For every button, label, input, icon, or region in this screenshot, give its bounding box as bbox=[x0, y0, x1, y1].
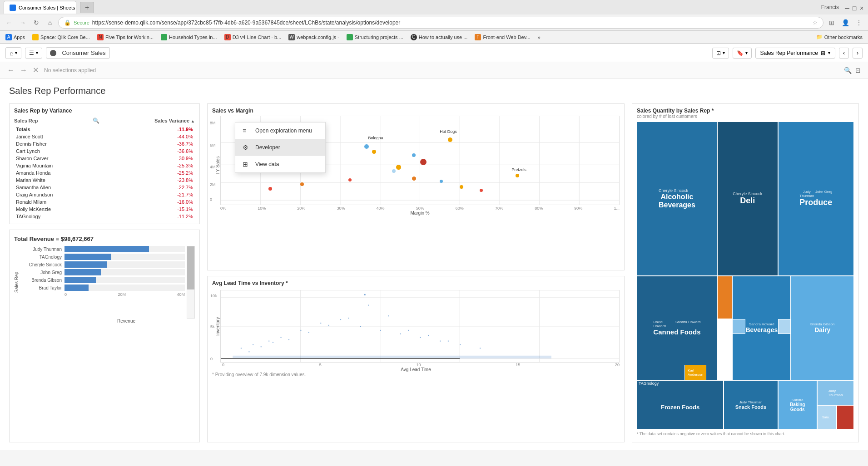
tm-main-label: Beverages bbox=[745, 326, 778, 334]
forward-btn[interactable]: → bbox=[17, 17, 28, 28]
tm-cell-content: Sandra BakingGoods bbox=[788, 396, 807, 414]
ctx-view-data[interactable]: ⊞ View data bbox=[235, 156, 325, 172]
svg-rect-42 bbox=[348, 318, 349, 319]
sheet-name-btn[interactable]: Sales Rep Performance ⊞ ▾ bbox=[755, 48, 835, 59]
svg-rect-37 bbox=[261, 346, 262, 347]
ctx-explore[interactable]: ≡ Open exploration menu bbox=[235, 123, 325, 139]
chrome-menu-btn[interactable]: ⋮ bbox=[853, 17, 864, 28]
extensions-btn[interactable]: ⊞ bbox=[826, 17, 837, 28]
scatter-x-label: Margin % bbox=[220, 211, 620, 216]
sel-clear-btn[interactable]: ✕ bbox=[33, 66, 39, 74]
minimize-btn[interactable]: ─ bbox=[844, 5, 850, 10]
svg-rect-41 bbox=[328, 324, 329, 325]
tm-misc1[interactable] bbox=[778, 319, 791, 334]
bar-label: Judy Thurman bbox=[21, 247, 62, 252]
bookmark-webpack[interactable]: W webpack.config.js - bbox=[287, 33, 341, 41]
x-tick: 20M bbox=[118, 292, 126, 297]
tm-cell-content: Cheryle Sincock AlcoholicBeverages bbox=[657, 186, 697, 211]
tm-small2[interactable]: Sara... bbox=[817, 405, 837, 430]
sheet-name-label: Sales Rep Performance bbox=[760, 50, 818, 56]
tm-baking-goods[interactable]: Sandra BakingGoods bbox=[778, 380, 817, 430]
tm-karl-anderson[interactable]: KarlAnderson bbox=[684, 365, 706, 380]
sel-options-btn[interactable]: ⊡ bbox=[855, 67, 861, 74]
bookmark-household[interactable]: Household Types in... bbox=[159, 33, 219, 41]
present-chevron: ▾ bbox=[723, 50, 725, 55]
close-btn[interactable]: × bbox=[859, 5, 864, 10]
star-icon[interactable]: ☆ bbox=[813, 20, 818, 26]
home-nav-btn[interactable]: ⌂ ▾ bbox=[5, 47, 21, 59]
tm-main-label: Frozen Foods bbox=[661, 404, 699, 411]
table-row: TAGnology -11.2% bbox=[14, 213, 195, 220]
home-btn[interactable]: ⌂ bbox=[45, 17, 55, 28]
list-view-btn[interactable]: ☰ ▾ bbox=[25, 48, 42, 59]
row-name: Molly McKenzie bbox=[14, 206, 136, 213]
tm-alcoholic-beverages[interactable]: Cheryle Sincock AlcoholicBeverages bbox=[637, 122, 717, 276]
sel-search-btn[interactable]: 🔍 bbox=[844, 67, 852, 74]
scatter-title: Sales vs Margin bbox=[212, 108, 620, 114]
bookmark-nav-icon: 🔖 bbox=[737, 50, 744, 56]
ctx-developer[interactable]: ⚙ Developer bbox=[235, 139, 325, 156]
household-icon bbox=[161, 34, 167, 40]
new-tab[interactable]: + bbox=[80, 2, 94, 13]
tm-label: Sara... bbox=[822, 415, 832, 419]
bookmark-frontend-label: Front-end Web Dev... bbox=[483, 34, 530, 40]
table-row: Craig Amundson -21.7% bbox=[14, 191, 195, 198]
row-name: Amanda Honda bbox=[14, 169, 136, 177]
scrollbar-area[interactable] bbox=[187, 246, 195, 319]
bookmark-github[interactable]: G How to actually use ... bbox=[409, 33, 470, 41]
profile-btn[interactable]: 👤 bbox=[840, 17, 851, 28]
tm-misc2[interactable] bbox=[732, 319, 745, 334]
bar-fill bbox=[64, 246, 149, 252]
prev-sheet-btn[interactable]: ‹ bbox=[839, 48, 849, 59]
row-name: Marian White bbox=[14, 177, 136, 184]
tm-small3[interactable] bbox=[837, 405, 854, 430]
active-tab[interactable]: Consumer Sales | Sheets × bbox=[4, 1, 76, 14]
tm-deli[interactable]: Cheryle Sincock Deli bbox=[717, 122, 778, 276]
other-bookmarks[interactable]: 📁 Other bookmarks bbox=[814, 33, 864, 41]
present-btn[interactable]: ⊡ ▾ bbox=[712, 48, 729, 59]
refresh-btn[interactable]: ↻ bbox=[31, 17, 42, 28]
scatter-point bbox=[480, 189, 483, 192]
context-menu[interactable]: ≡ Open exploration menu ⚙ Developer ⊞ Vi… bbox=[235, 122, 326, 173]
scrollbar-thumb[interactable] bbox=[187, 246, 194, 289]
svg-rect-23 bbox=[253, 344, 253, 345]
sel-right-controls: 🔍 ⊡ bbox=[844, 67, 861, 74]
bookmark-apps[interactable]: A Apps bbox=[4, 33, 27, 41]
tm-frozen-foods[interactable]: Frozen Foods bbox=[637, 380, 724, 430]
bookmark-structuring[interactable]: Structuring projects ... bbox=[345, 33, 405, 41]
bookmark-d3[interactable]: D D3 v4 Line Chart - b... bbox=[223, 33, 283, 41]
app-name-btn[interactable]: Consumer Sales bbox=[46, 47, 109, 59]
tm-small1[interactable]: JudyThurman bbox=[817, 380, 854, 405]
bookmark-qlik[interactable]: Space: Qlik Core Be... bbox=[30, 33, 92, 41]
tm-main-label: Canned Foods bbox=[653, 328, 700, 336]
row-name: TAGnology bbox=[14, 213, 136, 220]
svg-rect-25 bbox=[281, 337, 282, 338]
bookmark-apps-label: Apps bbox=[14, 34, 25, 40]
next-sheet-btn[interactable]: › bbox=[853, 48, 863, 59]
bar-label: Brenda Gibson bbox=[21, 278, 62, 283]
bar-row: Cheryle Sincock bbox=[21, 261, 185, 268]
sel-forward-btn[interactable]: → bbox=[20, 66, 27, 74]
url-box[interactable]: 🔒 Secure https://sense-demo.qlik.com/sen… bbox=[58, 17, 823, 29]
developer-icon: ⚙ bbox=[243, 144, 251, 151]
table-search-icon[interactable]: 🔍 bbox=[93, 118, 99, 124]
back-btn[interactable]: ← bbox=[4, 17, 15, 28]
bar-label: Brad Taylor bbox=[21, 285, 62, 290]
svg-rect-35 bbox=[480, 348, 481, 348]
tm-snack-foods[interactable]: Judy Thurman Snack Foods bbox=[724, 380, 778, 430]
svg-rect-38 bbox=[273, 342, 273, 343]
tm-produce[interactable]: JudyThurman John Greg Produce bbox=[778, 122, 854, 276]
ctx-view-data-label: View data bbox=[255, 161, 279, 167]
home-nav-icon: ⌂ bbox=[10, 49, 13, 57]
scatter-point bbox=[348, 178, 352, 181]
bookmark-more[interactable]: » bbox=[536, 34, 542, 41]
bookmark-nav-btn[interactable]: 🔖 ▾ bbox=[733, 48, 752, 59]
maximize-btn[interactable]: □ bbox=[852, 5, 857, 10]
tm-david-howard-orange[interactable] bbox=[717, 276, 732, 319]
scatter-x-ticks: 0% 10% 20% 30% 40% 50% 60% 70% 80% 90% 1… bbox=[220, 206, 620, 211]
tm-dairy[interactable]: Brenda Gibson Dairy bbox=[791, 276, 854, 381]
sel-back-btn[interactable]: ← bbox=[7, 66, 15, 74]
left-panel: Sales Rep by Variance Sales Rep 🔍 Sales … bbox=[9, 103, 200, 442]
bookmark-five-tips[interactable]: N Five Tips for Workin... bbox=[95, 33, 155, 41]
bookmark-frontend[interactable]: F Front-end Web Dev... bbox=[473, 33, 532, 41]
